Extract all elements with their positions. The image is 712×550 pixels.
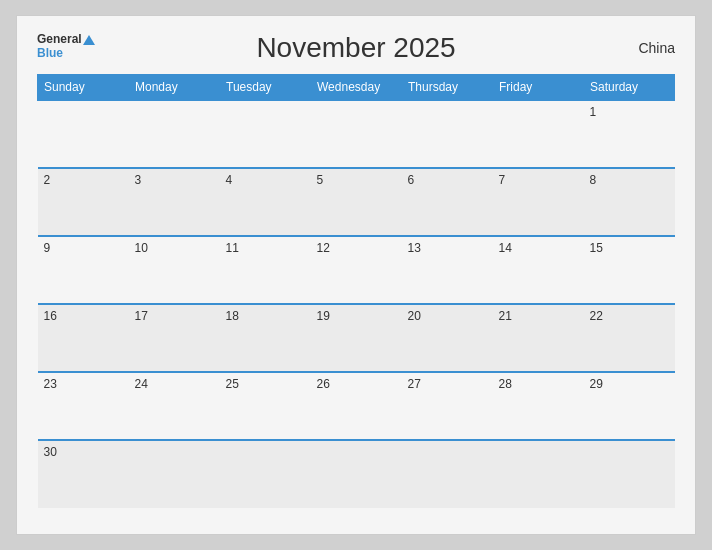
table-row: 13	[402, 236, 493, 304]
day-number: 9	[44, 241, 51, 255]
table-row: 27	[402, 372, 493, 440]
day-number: 5	[317, 173, 324, 187]
table-row	[402, 100, 493, 168]
day-number: 15	[590, 241, 603, 255]
table-row	[220, 440, 311, 508]
logo-blue-text: Blue	[37, 46, 63, 60]
table-row: 11	[220, 236, 311, 304]
table-row: 7	[493, 168, 584, 236]
day-number: 14	[499, 241, 512, 255]
table-row: 25	[220, 372, 311, 440]
table-row: 9	[38, 236, 129, 304]
logo: General Blue	[37, 32, 95, 61]
table-row	[493, 440, 584, 508]
table-row: 20	[402, 304, 493, 372]
table-row: 10	[129, 236, 220, 304]
table-row: 4	[220, 168, 311, 236]
day-number: 30	[44, 445, 57, 459]
table-row: 28	[493, 372, 584, 440]
table-row: 1	[584, 100, 675, 168]
table-row	[129, 440, 220, 508]
col-monday: Monday	[129, 75, 220, 101]
day-number: 11	[226, 241, 239, 255]
table-row	[402, 440, 493, 508]
day-number: 10	[135, 241, 148, 255]
table-row: 24	[129, 372, 220, 440]
calendar-title: November 2025	[256, 32, 455, 64]
col-tuesday: Tuesday	[220, 75, 311, 101]
table-row: 17	[129, 304, 220, 372]
table-row: 6	[402, 168, 493, 236]
day-number: 16	[44, 309, 57, 323]
table-row: 2	[38, 168, 129, 236]
day-number: 26	[317, 377, 330, 391]
day-number: 25	[226, 377, 239, 391]
table-row: 15	[584, 236, 675, 304]
table-row: 19	[311, 304, 402, 372]
day-number: 24	[135, 377, 148, 391]
table-row: 8	[584, 168, 675, 236]
day-number: 2	[44, 173, 51, 187]
country-label: China	[638, 40, 675, 56]
calendar-body: 1234567891011121314151617181920212223242…	[38, 100, 675, 508]
day-number: 18	[226, 309, 239, 323]
table-row: 3	[129, 168, 220, 236]
table-row: 21	[493, 304, 584, 372]
day-number: 1	[590, 105, 597, 119]
col-friday: Friday	[493, 75, 584, 101]
col-thursday: Thursday	[402, 75, 493, 101]
day-number: 8	[590, 173, 597, 187]
table-row	[311, 100, 402, 168]
day-number: 21	[499, 309, 512, 323]
table-row: 30	[38, 440, 129, 508]
calendar-header: General Blue November 2025 China	[37, 32, 675, 64]
day-number: 3	[135, 173, 142, 187]
day-number: 19	[317, 309, 330, 323]
logo-general-text: General	[37, 32, 82, 46]
table-row: 16	[38, 304, 129, 372]
day-number: 13	[408, 241, 421, 255]
logo-triangle-icon	[83, 35, 95, 45]
calendar-header-row: Sunday Monday Tuesday Wednesday Thursday…	[38, 75, 675, 101]
day-number: 17	[135, 309, 148, 323]
day-number: 6	[408, 173, 415, 187]
day-number: 23	[44, 377, 57, 391]
table-row: 14	[493, 236, 584, 304]
col-wednesday: Wednesday	[311, 75, 402, 101]
table-row	[220, 100, 311, 168]
table-row	[38, 100, 129, 168]
table-row	[311, 440, 402, 508]
calendar-grid: Sunday Monday Tuesday Wednesday Thursday…	[37, 74, 675, 508]
table-row: 23	[38, 372, 129, 440]
table-row	[129, 100, 220, 168]
col-sunday: Sunday	[38, 75, 129, 101]
table-row	[493, 100, 584, 168]
day-number: 4	[226, 173, 233, 187]
day-number: 22	[590, 309, 603, 323]
day-number: 12	[317, 241, 330, 255]
table-row: 5	[311, 168, 402, 236]
table-row: 12	[311, 236, 402, 304]
day-number: 7	[499, 173, 506, 187]
table-row	[584, 440, 675, 508]
table-row: 18	[220, 304, 311, 372]
col-saturday: Saturday	[584, 75, 675, 101]
day-number: 29	[590, 377, 603, 391]
day-number: 28	[499, 377, 512, 391]
calendar-container: General Blue November 2025 China Sunday …	[16, 15, 696, 535]
day-number: 27	[408, 377, 421, 391]
table-row: 29	[584, 372, 675, 440]
table-row: 22	[584, 304, 675, 372]
day-number: 20	[408, 309, 421, 323]
table-row: 26	[311, 372, 402, 440]
